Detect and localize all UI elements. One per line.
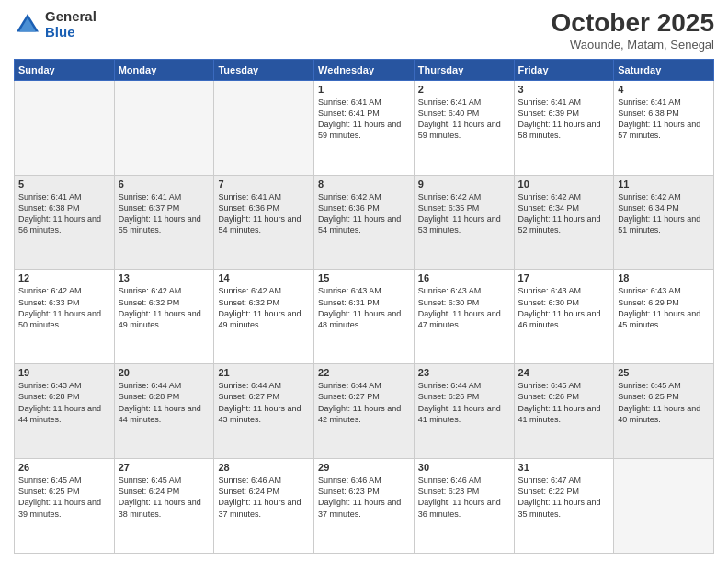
day-info: Sunrise: 6:42 AM Sunset: 6:34 PM Dayligh… bbox=[518, 191, 610, 236]
logo-general: General bbox=[45, 9, 97, 25]
day-number: 6 bbox=[119, 178, 210, 190]
day-info: Sunrise: 6:46 AM Sunset: 6:23 PM Dayligh… bbox=[318, 475, 410, 520]
table-cell: 5Sunrise: 6:41 AM Sunset: 6:38 PM Daylig… bbox=[15, 175, 115, 270]
table-cell: 18Sunrise: 6:43 AM Sunset: 6:29 PM Dayli… bbox=[614, 270, 714, 364]
col-friday: Friday bbox=[514, 59, 614, 80]
day-number: 26 bbox=[18, 462, 110, 473]
table-cell: 19Sunrise: 6:43 AM Sunset: 6:28 PM Dayli… bbox=[15, 364, 115, 459]
table-cell: 11Sunrise: 6:42 AM Sunset: 6:34 PM Dayli… bbox=[614, 175, 714, 270]
table-cell bbox=[15, 80, 115, 175]
page: General Blue October 2025 Waounde, Matam… bbox=[0, 0, 728, 563]
col-tuesday: Tuesday bbox=[214, 59, 314, 80]
day-number: 5 bbox=[18, 178, 110, 190]
day-info: Sunrise: 6:45 AM Sunset: 6:25 PM Dayligh… bbox=[618, 380, 710, 425]
table-cell: 14Sunrise: 6:42 AM Sunset: 6:32 PM Dayli… bbox=[214, 270, 314, 364]
table-cell: 6Sunrise: 6:41 AM Sunset: 6:37 PM Daylig… bbox=[114, 175, 214, 270]
day-number: 30 bbox=[418, 462, 510, 473]
day-info: Sunrise: 6:43 AM Sunset: 6:30 PM Dayligh… bbox=[418, 285, 510, 330]
calendar-week-row: 26Sunrise: 6:45 AM Sunset: 6:25 PM Dayli… bbox=[15, 459, 714, 554]
table-cell: 12Sunrise: 6:42 AM Sunset: 6:33 PM Dayli… bbox=[15, 270, 115, 364]
table-cell: 26Sunrise: 6:45 AM Sunset: 6:25 PM Dayli… bbox=[15, 459, 115, 554]
table-cell: 20Sunrise: 6:44 AM Sunset: 6:28 PM Dayli… bbox=[114, 364, 214, 459]
day-number: 29 bbox=[318, 462, 410, 473]
day-info: Sunrise: 6:41 AM Sunset: 6:38 PM Dayligh… bbox=[18, 191, 110, 236]
day-info: Sunrise: 6:42 AM Sunset: 6:33 PM Dayligh… bbox=[18, 285, 110, 330]
day-number: 17 bbox=[518, 272, 610, 283]
day-info: Sunrise: 6:45 AM Sunset: 6:24 PM Dayligh… bbox=[119, 475, 210, 520]
calendar-week-row: 1Sunrise: 6:41 AM Sunset: 6:41 PM Daylig… bbox=[15, 80, 714, 175]
table-cell: 29Sunrise: 6:46 AM Sunset: 6:23 PM Dayli… bbox=[314, 459, 415, 554]
location-subtitle: Waounde, Matam, Senegal bbox=[552, 38, 714, 52]
day-info: Sunrise: 6:44 AM Sunset: 6:27 PM Dayligh… bbox=[318, 380, 410, 425]
calendar-week-row: 12Sunrise: 6:42 AM Sunset: 6:33 PM Dayli… bbox=[15, 270, 714, 364]
day-info: Sunrise: 6:44 AM Sunset: 6:28 PM Dayligh… bbox=[119, 380, 210, 425]
day-info: Sunrise: 6:41 AM Sunset: 6:39 PM Dayligh… bbox=[518, 97, 610, 142]
calendar-header-row: Sunday Monday Tuesday Wednesday Thursday… bbox=[15, 59, 714, 80]
table-cell: 22Sunrise: 6:44 AM Sunset: 6:27 PM Dayli… bbox=[314, 364, 415, 459]
day-info: Sunrise: 6:45 AM Sunset: 6:25 PM Dayligh… bbox=[18, 475, 110, 520]
col-wednesday: Wednesday bbox=[314, 59, 415, 80]
day-number: 9 bbox=[418, 178, 510, 190]
calendar-week-row: 19Sunrise: 6:43 AM Sunset: 6:28 PM Dayli… bbox=[15, 364, 714, 459]
day-number: 7 bbox=[218, 178, 310, 190]
table-cell: 23Sunrise: 6:44 AM Sunset: 6:26 PM Dayli… bbox=[414, 364, 514, 459]
day-number: 10 bbox=[518, 178, 610, 190]
day-info: Sunrise: 6:43 AM Sunset: 6:28 PM Dayligh… bbox=[18, 380, 110, 425]
day-number: 14 bbox=[218, 272, 310, 283]
table-cell: 7Sunrise: 6:41 AM Sunset: 6:36 PM Daylig… bbox=[214, 175, 314, 270]
day-number: 11 bbox=[618, 178, 710, 190]
day-number: 13 bbox=[119, 272, 210, 283]
logo: General Blue bbox=[14, 9, 97, 40]
table-cell: 4Sunrise: 6:41 AM Sunset: 6:38 PM Daylig… bbox=[614, 80, 714, 175]
day-info: Sunrise: 6:46 AM Sunset: 6:24 PM Dayligh… bbox=[218, 475, 310, 520]
col-saturday: Saturday bbox=[614, 59, 714, 80]
day-number: 4 bbox=[618, 84, 710, 95]
title-block: October 2025 Waounde, Matam, Senegal bbox=[552, 9, 714, 52]
calendar-table: Sunday Monday Tuesday Wednesday Thursday… bbox=[14, 59, 714, 554]
day-number: 15 bbox=[318, 272, 410, 283]
calendar-week-row: 5Sunrise: 6:41 AM Sunset: 6:38 PM Daylig… bbox=[15, 175, 714, 270]
day-info: Sunrise: 6:46 AM Sunset: 6:23 PM Dayligh… bbox=[418, 475, 510, 520]
day-info: Sunrise: 6:42 AM Sunset: 6:32 PM Dayligh… bbox=[218, 285, 310, 330]
day-info: Sunrise: 6:43 AM Sunset: 6:31 PM Dayligh… bbox=[318, 285, 410, 330]
day-info: Sunrise: 6:41 AM Sunset: 6:36 PM Dayligh… bbox=[218, 191, 310, 236]
table-cell: 31Sunrise: 6:47 AM Sunset: 6:22 PM Dayli… bbox=[514, 459, 614, 554]
table-cell: 17Sunrise: 6:43 AM Sunset: 6:30 PM Dayli… bbox=[514, 270, 614, 364]
day-info: Sunrise: 6:45 AM Sunset: 6:26 PM Dayligh… bbox=[518, 380, 610, 425]
day-number: 27 bbox=[119, 462, 210, 473]
day-info: Sunrise: 6:44 AM Sunset: 6:26 PM Dayligh… bbox=[418, 380, 510, 425]
day-info: Sunrise: 6:41 AM Sunset: 6:41 PM Dayligh… bbox=[318, 97, 410, 142]
day-info: Sunrise: 6:42 AM Sunset: 6:35 PM Dayligh… bbox=[418, 191, 510, 236]
day-info: Sunrise: 6:41 AM Sunset: 6:38 PM Dayligh… bbox=[618, 97, 710, 142]
month-title: October 2025 bbox=[552, 9, 714, 38]
table-cell: 10Sunrise: 6:42 AM Sunset: 6:34 PM Dayli… bbox=[514, 175, 614, 270]
table-cell: 16Sunrise: 6:43 AM Sunset: 6:30 PM Dayli… bbox=[414, 270, 514, 364]
day-info: Sunrise: 6:42 AM Sunset: 6:32 PM Dayligh… bbox=[119, 285, 210, 330]
col-monday: Monday bbox=[114, 59, 214, 80]
day-number: 22 bbox=[318, 367, 410, 378]
logo-icon bbox=[14, 11, 41, 39]
table-cell: 28Sunrise: 6:46 AM Sunset: 6:24 PM Dayli… bbox=[214, 459, 314, 554]
table-cell: 2Sunrise: 6:41 AM Sunset: 6:40 PM Daylig… bbox=[414, 80, 514, 175]
day-info: Sunrise: 6:44 AM Sunset: 6:27 PM Dayligh… bbox=[218, 380, 310, 425]
day-number: 18 bbox=[618, 272, 710, 283]
day-number: 16 bbox=[418, 272, 510, 283]
day-info: Sunrise: 6:43 AM Sunset: 6:30 PM Dayligh… bbox=[518, 285, 610, 330]
day-number: 21 bbox=[218, 367, 310, 378]
table-cell bbox=[614, 459, 714, 554]
table-cell: 25Sunrise: 6:45 AM Sunset: 6:25 PM Dayli… bbox=[614, 364, 714, 459]
day-number: 1 bbox=[318, 84, 410, 95]
col-thursday: Thursday bbox=[414, 59, 514, 80]
day-info: Sunrise: 6:41 AM Sunset: 6:40 PM Dayligh… bbox=[418, 97, 510, 142]
table-cell: 27Sunrise: 6:45 AM Sunset: 6:24 PM Dayli… bbox=[114, 459, 214, 554]
table-cell bbox=[114, 80, 214, 175]
table-cell: 30Sunrise: 6:46 AM Sunset: 6:23 PM Dayli… bbox=[414, 459, 514, 554]
table-cell: 21Sunrise: 6:44 AM Sunset: 6:27 PM Dayli… bbox=[214, 364, 314, 459]
table-cell: 9Sunrise: 6:42 AM Sunset: 6:35 PM Daylig… bbox=[414, 175, 514, 270]
day-info: Sunrise: 6:43 AM Sunset: 6:29 PM Dayligh… bbox=[618, 285, 710, 330]
day-info: Sunrise: 6:42 AM Sunset: 6:36 PM Dayligh… bbox=[318, 191, 410, 236]
logo-text: General Blue bbox=[45, 9, 97, 40]
day-number: 20 bbox=[119, 367, 210, 378]
day-info: Sunrise: 6:47 AM Sunset: 6:22 PM Dayligh… bbox=[518, 475, 610, 520]
table-cell: 8Sunrise: 6:42 AM Sunset: 6:36 PM Daylig… bbox=[314, 175, 415, 270]
